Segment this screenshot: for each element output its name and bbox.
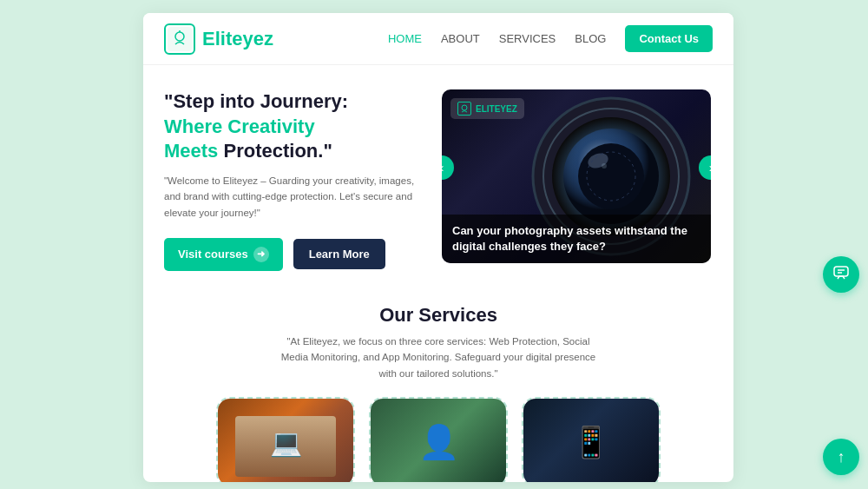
service-card-app	[522, 397, 661, 482]
contact-button[interactable]: Contact Us	[625, 25, 713, 52]
float-chat-button[interactable]	[823, 256, 859, 293]
up-arrow-icon: ↑	[838, 448, 845, 466]
hero-left: "Step into Journery: Where CreativityMee…	[164, 89, 424, 271]
services-description: "At Eliteyez, we focus on three core ser…	[273, 334, 603, 381]
nav-services[interactable]: SERVICES	[499, 32, 556, 45]
service-image-web	[218, 399, 353, 482]
hero-logo-overlay: ELITEYEZ	[450, 98, 524, 119]
svg-point-11	[462, 105, 467, 110]
services-cards	[164, 397, 713, 482]
chat-icon	[832, 264, 850, 286]
navbar: Eliteyez HOME ABOUT SERVICES BLOG Contac…	[143, 13, 733, 65]
main-content-card: Eliteyez HOME ABOUT SERVICES BLOG Contac…	[143, 13, 733, 482]
visit-courses-button[interactable]: Visit courses ➜	[164, 238, 283, 271]
nav-links: HOME ABOUT SERVICES BLOG Contact Us	[388, 25, 713, 52]
hero-image-container: ELITEYEZ Can your photography assets wit…	[442, 89, 711, 263]
services-title: Our Services	[164, 304, 713, 327]
learn-more-button[interactable]: Learn More	[293, 239, 385, 269]
hero-subtitle: "Welcome to Eliteyez – Guarding your cre…	[164, 173, 424, 221]
hero-title: "Step into Journery: Where CreativityMee…	[164, 89, 424, 164]
service-card-web	[216, 397, 355, 482]
brand-name: Eliteyez	[202, 28, 273, 50]
logo-icon	[164, 23, 195, 55]
hero-overlay-brand: ELITEYEZ	[476, 104, 517, 114]
svg-rect-12	[834, 267, 848, 276]
hero-caption: Can your photography assets withstand th…	[442, 215, 711, 263]
visit-courses-label: Visit courses	[178, 248, 248, 261]
nav-blog[interactable]: BLOG	[575, 32, 606, 45]
nav-home[interactable]: HOME	[388, 32, 422, 45]
service-card-social	[369, 397, 508, 482]
svg-point-7	[578, 143, 644, 209]
service-image-social	[371, 399, 506, 482]
hero-buttons: Visit courses ➜ Learn More	[164, 238, 424, 271]
svg-point-9	[602, 163, 607, 169]
visit-courses-arrow-icon: ➜	[253, 247, 269, 262]
hero-section: "Step into Journery: Where CreativityMee…	[143, 65, 733, 288]
service-image-app	[523, 399, 659, 482]
nav-about[interactable]: ABOUT	[441, 32, 480, 45]
hero-title-protection: Protection."	[223, 140, 332, 162]
scroll-to-top-button[interactable]: ↑	[823, 439, 859, 475]
services-section: Our Services "At Eliteyez, we focus on t…	[143, 288, 733, 482]
logo-area: Eliteyez	[164, 23, 273, 55]
hero-title-line1: "Step into Journery:	[164, 90, 348, 112]
